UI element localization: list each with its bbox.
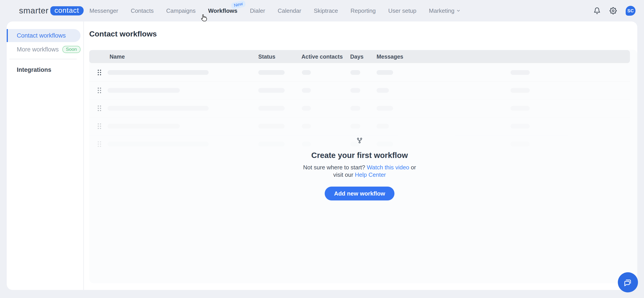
nav-item-messenger[interactable]: Messenger [90,8,118,14]
soon-badge: Soon [62,46,80,53]
column-header-name: Name [110,50,125,63]
nav-item-skiptrace[interactable]: Skiptrace [314,8,338,14]
app-content-card: Contact workflowsMore workflowsSoon Inte… [7,22,637,290]
sidebar-item-label: More workflows [17,46,59,53]
drag-handle-icon [98,123,101,129]
drag-handle-icon [98,70,101,75]
nav-item-label: Contacts [131,8,154,14]
column-header-status: Status [258,50,275,63]
sidebar-item-label: Contact workflows [17,32,66,39]
nav-item-label: Reporting [350,8,376,14]
nav-item-calendar[interactable]: Calendar [278,8,302,14]
skeleton-active-contacts [302,88,311,93]
skeleton-active-contacts [302,106,311,111]
nav-item-label: Dialer [250,8,265,14]
skeleton-messages [376,106,393,111]
brand-logo-text-left: smarter [19,6,48,16]
empty-state: Create your first workflow Not sure wher… [89,137,630,200]
skeleton-status [258,106,285,111]
nav-item-user-setup[interactable]: User setup [388,8,416,14]
table-row [89,117,630,135]
skeleton-active-contacts [302,70,311,75]
table-row [89,81,630,99]
nav-item-workflows[interactable]: WorkflowsNew [208,8,238,14]
user-avatar[interactable]: SC [626,6,636,16]
nav-item-label: Skiptrace [314,8,338,14]
skeleton-messages [376,70,393,75]
skeleton-status [258,124,285,128]
table-row [89,64,630,81]
nav-item-label: Calendar [278,8,302,14]
table-header-row: NameStatusActive contactsDaysMessages [89,50,630,63]
add-new-workflow-button[interactable]: Add new workflow [325,187,394,200]
watch-video-link[interactable]: Watch this video [367,164,409,171]
sidebar: Contact workflowsMore workflowsSoon Inte… [7,22,84,290]
settings-gear-icon[interactable] [610,7,617,14]
skeleton-active-contacts [302,124,311,128]
skeleton-messages [376,124,389,128]
chat-bubbles-icon [622,276,634,288]
empty-state-title: Create your first workflow [89,151,630,160]
skeleton-name [108,106,209,111]
column-header-messages: Messages [376,50,404,63]
sidebar-item-label: Integrations [17,67,52,73]
sidebar-secondary-section: Integrations [7,65,84,75]
sidebar-divider [10,59,77,59]
nav-item-label: User setup [388,8,416,14]
main-content: Contact workflows NameStatusActive conta… [84,22,637,290]
chat-fab-button[interactable] [618,272,638,292]
subtext-line1-prefix: Not sure where to start? [303,164,367,171]
nav-item-label: Messenger [90,8,118,14]
column-header-active-contacts: Active contacts [302,50,343,63]
nav-item-contacts[interactable]: Contacts [131,8,154,14]
help-center-link[interactable]: Help Center [355,171,386,178]
brand-logo-text-right: contact [50,6,84,16]
skeleton-name [108,88,180,93]
empty-state-subtext: Not sure where to start? Watch this vide… [89,164,630,179]
nav-item-campaigns[interactable]: Campaigns [166,8,196,14]
skeleton-actions [510,70,530,75]
topbar-actions: SC [594,0,636,22]
skeleton-status [258,70,285,75]
drag-handle-icon [98,105,101,111]
workflow-branch-icon [89,137,630,145]
subtext-line2-prefix: visit our [333,171,355,178]
skeleton-name [108,124,180,128]
skeleton-name [108,70,209,75]
skeleton-days [350,70,360,75]
sidebar-item-contact-workflows[interactable]: Contact workflows [7,29,80,42]
column-header-days: Days [350,50,364,63]
sidebar-item-more-workflows[interactable]: More workflowsSoon [7,43,84,56]
nav-item-marketing[interactable]: Marketing [429,8,461,14]
skeleton-actions [510,124,530,128]
skeleton-days [350,88,360,93]
new-badge: New [230,0,246,10]
nav-item-label: Campaigns [166,8,196,14]
main-nav: MessengerContactsCampaignsWorkflowsNewDi… [90,0,461,22]
skeleton-actions [510,88,530,93]
skeleton-actions [510,106,530,111]
chevron-down-icon [456,9,461,13]
brand-logo[interactable]: smarter contact [19,0,84,22]
drag-handle-icon [98,88,101,93]
sidebar-item-integrations[interactable]: Integrations [7,65,84,75]
skeleton-status [258,88,285,93]
nav-item-label: Marketing [429,8,454,14]
nav-item-dialer[interactable]: Dialer [250,8,265,14]
nav-item-reporting[interactable]: Reporting [350,8,376,14]
skeleton-days [350,124,360,128]
table-row [89,99,630,117]
page-title: Contact workflows [89,30,157,38]
subtext-line1-suffix: or [409,164,416,171]
top-navigation-bar: smarter contact MessengerContactsCampaig… [0,0,644,22]
notifications-bell-icon[interactable] [594,7,600,14]
skeleton-messages [376,88,389,93]
skeleton-days [350,106,360,111]
